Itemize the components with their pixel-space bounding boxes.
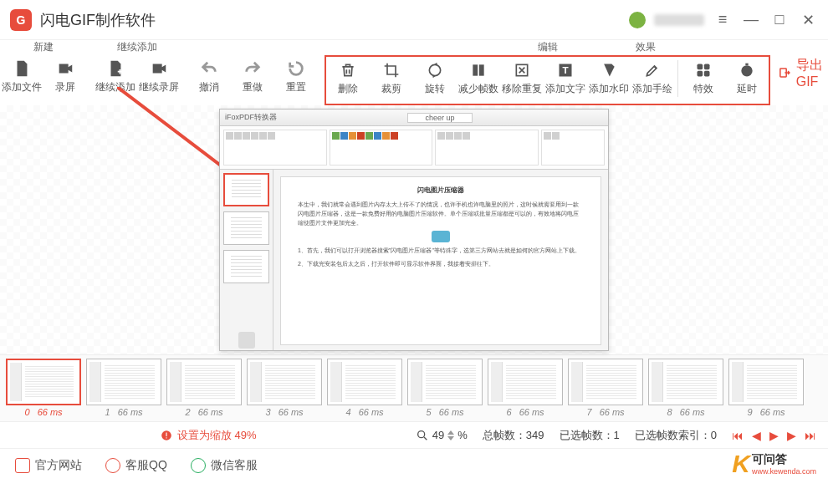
text-icon: T xyxy=(555,60,575,80)
maximize-button[interactable]: □ xyxy=(769,10,790,30)
dedup-icon xyxy=(512,60,532,80)
camera-plus-icon xyxy=(149,59,169,79)
group-edit-label: 编辑 xyxy=(325,40,770,55)
frame-label: 8 66 ms xyxy=(667,407,704,417)
frame-9[interactable]: 9 66 ms xyxy=(728,359,805,421)
add-draw-button[interactable]: 添加手绘 xyxy=(631,57,674,104)
svg-point-18 xyxy=(417,430,424,437)
frame-thumb xyxy=(166,359,242,405)
total-frames: 总帧数：349 xyxy=(483,428,544,443)
frame-thumb xyxy=(407,359,483,405)
zoom-spinner[interactable] xyxy=(447,430,454,440)
frame-label: 0 66 ms xyxy=(24,407,62,417)
first-frame-button[interactable]: ⏮ xyxy=(732,429,744,442)
pen-icon xyxy=(642,60,662,80)
frame-thumb xyxy=(6,359,81,405)
official-site-link[interactable]: 官方网站 xyxy=(15,458,82,473)
separator xyxy=(677,60,678,97)
camera-icon xyxy=(55,59,75,79)
menu-button[interactable]: ≡ xyxy=(713,10,733,30)
wechat-icon xyxy=(191,458,206,473)
frame-0[interactable]: 0 66 ms xyxy=(5,359,82,421)
qq-icon xyxy=(105,458,120,473)
frame-label: 9 66 ms xyxy=(747,407,785,417)
frame-7[interactable]: 7 66 ms xyxy=(567,359,644,421)
qq-support-link[interactable]: 客服QQ xyxy=(105,458,167,473)
file-icon xyxy=(12,59,32,79)
group-edit: 编辑 删除 裁剪 旋转 减少帧数 移除重复 T添加文字 添加水印 添加手绘 特效… xyxy=(325,40,770,105)
watermark-logo-icon: K xyxy=(732,450,750,478)
frame-8[interactable]: 8 66 ms xyxy=(647,359,724,421)
app-logo-icon: G xyxy=(10,9,32,31)
frame-thumb xyxy=(648,359,723,405)
add-watermark-button[interactable]: 添加水印 xyxy=(587,57,631,104)
zoom-value: 49 xyxy=(432,429,444,441)
next-frame-button[interactable]: ▶ xyxy=(787,429,796,442)
rotate-button[interactable]: 旋转 xyxy=(413,57,457,104)
record-button[interactable]: 录屏 xyxy=(43,55,87,94)
group-append-label: 继续添加 xyxy=(94,40,181,55)
play-button[interactable]: ▶ xyxy=(769,429,779,442)
group-effect-label: 效果 xyxy=(636,40,656,54)
frame-thumb xyxy=(327,359,402,405)
titlebar: G 闪电GIF制作软件 ≡ — □ ✕ xyxy=(0,0,828,40)
user-avatar-icon[interactable] xyxy=(629,12,646,28)
reset-icon xyxy=(286,59,306,79)
close-button[interactable]: ✕ xyxy=(798,10,818,30)
frame-4[interactable]: 4 66 ms xyxy=(326,359,403,421)
frame-thumb xyxy=(728,359,804,405)
svg-rect-17 xyxy=(166,437,166,438)
prev-frame-button[interactable]: ◀ xyxy=(752,429,761,442)
last-frame-button[interactable]: ⏭ xyxy=(805,429,816,442)
frame-label: 3 66 ms xyxy=(265,407,303,417)
export-gif-button[interactable]: 导出GIF xyxy=(770,40,828,105)
frame-3[interactable]: 3 66 ms xyxy=(246,359,323,421)
copy-icon xyxy=(238,332,255,349)
user-name xyxy=(654,14,704,26)
export-label: 导出GIF xyxy=(796,57,826,89)
timeline[interactable]: 0 66 ms1 66 ms2 66 ms3 66 ms4 66 ms5 66 … xyxy=(0,354,828,421)
fx-button[interactable]: 特效 xyxy=(682,57,725,104)
watermark-icon xyxy=(599,60,619,80)
svg-text:T: T xyxy=(562,64,568,75)
monitor-icon xyxy=(15,458,30,473)
frame-1[interactable]: 1 66 ms xyxy=(85,359,162,421)
watermark: K 可问答www.kewenda.com xyxy=(732,450,816,478)
frame-label: 1 66 ms xyxy=(105,407,142,417)
frame-label: 4 66 ms xyxy=(345,407,383,417)
frame-thumb xyxy=(568,359,643,405)
canvas-area: iFoxPDF转换器 cheer up 闪电图片压缩器 本生中，我们就常会遇到图… xyxy=(0,105,828,354)
warning-icon xyxy=(161,430,172,441)
crop-icon xyxy=(381,60,401,80)
statusbar: 设置为缩放 49% 49 % 总帧数：349 已选帧数：1 已选帧数索引：0 ⏮… xyxy=(0,421,828,448)
frame-thumb xyxy=(247,359,322,405)
clock-icon xyxy=(737,60,757,80)
add-text-button[interactable]: T添加文字 xyxy=(544,57,587,104)
delay-button[interactable]: 延时 xyxy=(725,57,769,104)
frame-thumb xyxy=(488,359,563,405)
selected-frames: 已选帧数：1 xyxy=(560,428,620,443)
reduce-frames-button[interactable]: 减少帧数 xyxy=(457,57,500,104)
preview-titlebar: iFoxPDF转换器 cheer up xyxy=(220,109,608,126)
remove-dup-button[interactable]: 移除重复 xyxy=(500,57,544,104)
add-file-button[interactable]: 添加文件 xyxy=(0,55,43,94)
group-new-label: 新建 xyxy=(0,40,87,55)
file-plus-icon xyxy=(105,59,125,79)
preview-ribbon xyxy=(220,126,608,170)
zoom-control[interactable]: 49 % xyxy=(416,429,468,442)
export-icon xyxy=(779,63,791,83)
group-new: 新建 添加文件 录屏 xyxy=(0,40,87,105)
svg-point-0 xyxy=(429,64,440,75)
preview-thumb xyxy=(223,250,269,283)
minimize-button[interactable]: — xyxy=(741,10,761,30)
frame-label: 2 66 ms xyxy=(185,407,222,417)
frame-6[interactable]: 6 66 ms xyxy=(487,359,564,421)
wechat-support-link[interactable]: 微信客服 xyxy=(191,458,258,473)
preview-sidebar xyxy=(220,170,273,351)
frame-2[interactable]: 2 66 ms xyxy=(166,359,243,421)
frame-label: 5 66 ms xyxy=(426,407,463,417)
selected-index: 已选帧数索引：0 xyxy=(635,428,717,443)
frame-label: 6 66 ms xyxy=(506,407,544,417)
frame-5[interactable]: 5 66 ms xyxy=(406,359,483,421)
svg-rect-16 xyxy=(166,432,166,436)
